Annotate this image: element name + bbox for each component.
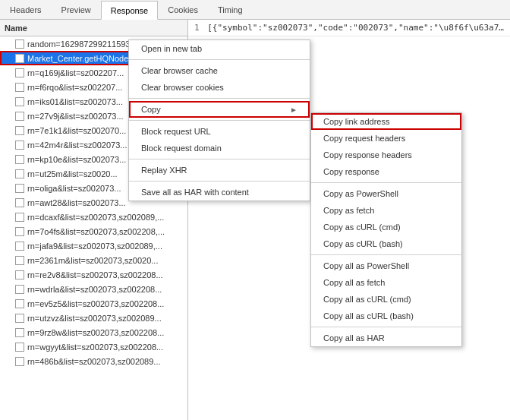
row-checkbox[interactable]	[15, 198, 24, 207]
name-column-header: Name	[0, 20, 187, 36]
row-checkbox[interactable]	[15, 97, 24, 106]
tab-headers[interactable]: Headers	[0, 0, 52, 19]
list-item[interactable]: rn=7o4fs&list=sz002073,sz002208,...	[0, 224, 187, 238]
request-name: rn=dcaxf&list=sz002073,sz002089,...	[27, 213, 164, 222]
request-name: rn=486b&list=sz002073,sz002089...	[27, 357, 161, 366]
tab-response[interactable]: Response	[101, 1, 159, 20]
request-name: rn=wdrla&list=sz002073,sz002208...	[27, 285, 162, 294]
list-item[interactable]: rn=7e1k1&list=sz002070...	[0, 123, 187, 137]
list-item[interactable]: rn=2361m&list=sz002073,sz0020...	[0, 253, 187, 267]
list-item[interactable]: rn=oliga&list=sz002073...	[0, 181, 187, 195]
request-name: rn=2361m&list=sz002073,sz0020...	[27, 256, 158, 265]
list-item[interactable]: rn=ev5z5&list=sz002073,sz002208...	[0, 296, 187, 311]
row-checkbox[interactable]	[15, 126, 24, 135]
list-item[interactable]: rn=f6rqo&list=sz002207...	[0, 80, 187, 94]
row-checkbox[interactable]	[15, 328, 24, 337]
request-name: rn=7e1k1&list=sz002070...	[27, 126, 126, 135]
list-item[interactable]: random=16298729921159345712...	[0, 36, 187, 51]
list-item[interactable]: rn=486b&list=sz002073,sz002089...	[0, 354, 187, 368]
row-checkbox[interactable]	[15, 155, 24, 164]
row-checkbox[interactable]	[15, 184, 24, 193]
request-name: rn=27v9j&list=sz002073...	[27, 112, 124, 121]
response-text: [{"symbol":"sz002073","code":"002073","n…	[207, 23, 510, 33]
right-panel: 1 [{"symbol":"sz002073","code":"002073",…	[188, 20, 510, 420]
row-checkbox[interactable]	[15, 213, 24, 222]
row-checkbox[interactable]	[15, 242, 24, 251]
line-number: 1	[194, 23, 200, 33]
request-name: rn=iks01&list=sz002073...	[27, 97, 123, 106]
row-checkbox[interactable]	[15, 314, 24, 323]
list-item[interactable]: rn=27v9j&list=sz002073...	[0, 109, 187, 123]
request-name: random=16298729921159345712...	[27, 39, 160, 49]
list-item[interactable]: rn=jafa9&list=sz002073,sz002089,...	[0, 238, 187, 253]
request-name: rn=utzvz&list=sz002073,sz002089...	[27, 314, 162, 323]
row-checkbox[interactable]	[15, 285, 24, 294]
request-name: rn=9rz8w&list=sz002073,sz002208...	[27, 328, 164, 337]
list-item[interactable]: Market_Center.getHQNodeData?...	[0, 51, 187, 65]
request-list[interactable]: random=16298729921159345712... Market_Ce…	[0, 36, 187, 420]
request-name: rn=kp10e&list=sz002073...	[27, 155, 126, 164]
row-checkbox[interactable]	[15, 68, 24, 77]
request-name: rn=awt28&list=sz002073...	[27, 198, 126, 207]
request-name: rn=f6rqo&list=sz002207...	[27, 83, 122, 92]
content-area: Name random=16298729921159345712... Mark…	[0, 20, 510, 420]
list-item[interactable]: rn=ut25m&list=sz0020...	[0, 166, 187, 181]
row-checkbox[interactable]	[15, 256, 24, 265]
list-item[interactable]: rn=42m4r&list=sz002073...	[0, 137, 187, 152]
list-item[interactable]: rn=9rz8w&list=sz002073,sz002208...	[0, 325, 187, 339]
row-checkbox[interactable]	[15, 83, 24, 92]
request-name: Market_Center.getHQNodeData?...	[27, 54, 158, 63]
row-checkbox[interactable]	[15, 169, 24, 178]
request-name: rn=re2v8&list=sz002073,sz002208...	[27, 270, 163, 279]
list-item[interactable]: rn=wgyyt&list=sz002073,sz002208...	[0, 339, 187, 354]
list-item[interactable]: rn=awt28&list=sz002073...	[0, 195, 187, 210]
row-checkbox[interactable]	[15, 141, 24, 150]
request-name: rn=7o4fs&list=sz002073,sz002208,...	[27, 227, 165, 236]
request-name: rn=42m4r&list=sz002073...	[27, 141, 127, 150]
row-checkbox[interactable]	[15, 54, 24, 63]
row-checkbox[interactable]	[15, 227, 24, 236]
request-name: rn=ut25m&list=sz0020...	[27, 169, 118, 178]
row-checkbox[interactable]	[15, 270, 24, 279]
list-item[interactable]: rn=iks01&list=sz002073...	[0, 94, 187, 109]
response-content: 1 [{"symbol":"sz002073","code":"002073",…	[188, 20, 510, 36]
request-name: rn=wgyyt&list=sz002073,sz002208...	[27, 343, 163, 352]
request-name: rn=ev5z5&list=sz002073,sz002208...	[27, 299, 164, 308]
left-panel: Name random=16298729921159345712... Mark…	[0, 20, 188, 420]
tab-cookies[interactable]: Cookies	[158, 0, 208, 19]
row-checkbox[interactable]	[15, 343, 24, 352]
row-checkbox[interactable]	[15, 299, 24, 308]
list-item[interactable]: rn=wdrla&list=sz002073,sz002208...	[0, 282, 187, 296]
request-name: rn=q169j&list=sz002207...	[27, 68, 124, 77]
row-checkbox[interactable]	[15, 357, 24, 366]
list-item[interactable]: rn=re2v8&list=sz002073,sz002208...	[0, 267, 187, 282]
list-item[interactable]: rn=dcaxf&list=sz002073,sz002089,...	[0, 210, 187, 224]
tab-preview[interactable]: Preview	[52, 0, 101, 19]
request-name: rn=jafa9&list=sz002073,sz002089,...	[27, 242, 162, 251]
tab-timing[interactable]: Timing	[208, 0, 253, 19]
row-checkbox[interactable]	[15, 39, 24, 49]
request-name: rn=oliga&list=sz002073...	[27, 184, 121, 193]
list-item[interactable]: rn=utzvz&list=sz002073,sz002089...	[0, 311, 187, 325]
list-item[interactable]: rn=kp10e&list=sz002073...	[0, 152, 187, 166]
tab-bar: Headers Preview Response Cookies Timing	[0, 0, 510, 20]
row-checkbox[interactable]	[15, 112, 24, 121]
list-item[interactable]: rn=q169j&list=sz002207...	[0, 65, 187, 80]
